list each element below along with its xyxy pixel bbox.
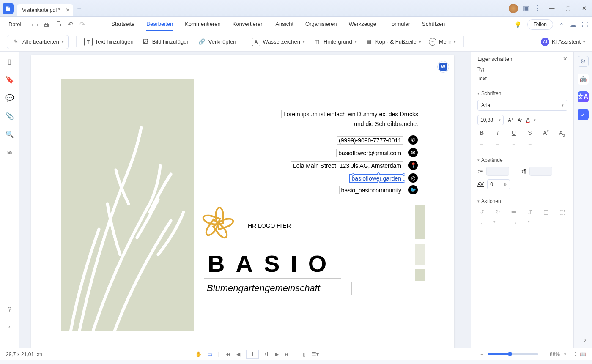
rotate-cw-icon[interactable]: ↻ (493, 208, 502, 215)
zoom-out-icon[interactable]: − (480, 351, 483, 357)
menu-formular[interactable]: Formular (388, 17, 410, 31)
page-number-input[interactable] (246, 350, 259, 359)
superscript-icon[interactable]: A2 (542, 129, 550, 137)
font-increase-icon[interactable]: A+ (508, 117, 513, 123)
kebab-menu-icon[interactable]: ⋮ (534, 4, 541, 12)
text-logo-here[interactable]: IHR LOGO HIER (244, 222, 293, 230)
add-text-button[interactable]: T Text hinzufügen (84, 38, 134, 46)
link-button[interactable]: 🔗 Verknüpfen (197, 38, 236, 46)
zoom-in-icon[interactable]: + (543, 351, 545, 357)
align-objects-icon[interactable]: ⫞ (477, 219, 486, 226)
share-button[interactable]: Teilen (527, 19, 553, 30)
menu-startseite[interactable]: Startseite (111, 17, 134, 31)
align-right-icon[interactable]: ≡ (510, 142, 518, 148)
background-button[interactable]: ◫ Hintergrund▾ (312, 38, 357, 46)
fullscreen-icon[interactable]: ⛶ (582, 21, 588, 28)
open-icon[interactable]: ▭ (31, 20, 38, 28)
header-footer-button[interactable]: ▤ Kopf- & Fußzeile▾ (365, 38, 421, 46)
lightbulb-icon[interactable]: 💡 (514, 21, 521, 28)
crop-icon[interactable]: ◫ (542, 208, 550, 215)
flip-h-icon[interactable]: ⇋ (510, 208, 518, 215)
close-tab-icon[interactable]: ✕ (66, 7, 70, 13)
ai-chat-icon[interactable]: 🤖 (578, 74, 589, 85)
text-phone[interactable]: (9999)-9090-7777-0011 (337, 136, 403, 145)
subscript-icon[interactable]: A2 (558, 129, 566, 137)
edit-all-button[interactable]: ✎ Alle bearbeiten ▾ (7, 35, 69, 49)
rotate-ccw-icon[interactable]: ↺ (477, 208, 486, 215)
redo-icon[interactable]: ↷ (78, 20, 86, 28)
bookmark-icon[interactable]: 🔖 (5, 76, 14, 84)
menu-kommentieren[interactable]: Kommentieren (185, 17, 221, 31)
collapse-left-icon[interactable]: ‹ (8, 323, 11, 331)
document-tab[interactable]: Visitenkarte.pdf * ✕ (17, 4, 73, 16)
zoom-slider[interactable] (488, 353, 538, 355)
search-icon[interactable]: 🔍 (5, 130, 14, 138)
menu-werkzeuge[interactable]: Werkzeuge (349, 17, 377, 31)
font-decrease-icon[interactable]: A- (518, 117, 522, 123)
align-center-icon[interactable]: ≡ (493, 142, 502, 148)
text-instagram-selected[interactable]: basioflower.garden (349, 174, 403, 183)
more-button[interactable]: ⋯ Mehr▾ (429, 38, 456, 46)
bold-icon[interactable]: B (477, 129, 486, 137)
para-spacing-input[interactable] (529, 167, 552, 176)
watermark-button[interactable]: A Wasserzeichen▾ (252, 38, 305, 46)
font-color-icon[interactable]: A (526, 117, 529, 123)
add-tab-button[interactable]: + (77, 5, 81, 12)
underline-icon[interactable]: U (510, 129, 518, 137)
close-properties-icon[interactable]: ✕ (563, 56, 567, 62)
menu-bearbeiten[interactable]: Bearbeiten (146, 17, 173, 31)
distribute-icon[interactable]: ⫠ (512, 219, 520, 226)
layers-icon[interactable]: ≋ (7, 148, 12, 156)
pdf-page[interactable]: W Lorem ipsum ist ein (31, 55, 454, 348)
user-avatar[interactable] (509, 4, 518, 13)
maximize-icon[interactable]: ▢ (562, 5, 573, 11)
minimize-icon[interactable]: — (546, 5, 557, 11)
align-left-icon[interactable]: ≡ (477, 142, 486, 148)
expand-right-icon[interactable]: › (584, 336, 586, 344)
text-brand[interactable]: BASIO (204, 249, 341, 279)
view-continuous-icon[interactable]: ☰▾ (312, 351, 319, 357)
fit-page-icon[interactable]: ⛶ (570, 351, 576, 357)
italic-icon[interactable]: I (493, 129, 502, 137)
translate-icon[interactable]: 文A (578, 91, 589, 102)
text-email[interactable]: basioflower@gmail.com (336, 149, 403, 157)
text-lorem-2[interactable]: und die Schreibbranche. (352, 120, 420, 128)
read-mode-icon[interactable]: 📖 (580, 351, 586, 357)
attachments-icon[interactable]: 📎 (5, 112, 14, 120)
thumbnails-icon[interactable]: ▯ (8, 57, 11, 66)
canvas[interactable]: W Lorem ipsum ist ein (19, 52, 471, 348)
add-image-button[interactable]: 🖼 Bild hinzufügen (141, 38, 190, 46)
extract-icon[interactable]: ⬚ (558, 208, 566, 215)
file-menu[interactable]: Datei (4, 19, 25, 29)
font-size-input[interactable]: 10,88▾ (477, 115, 504, 125)
properties-toggle-icon[interactable]: ⚙ (578, 56, 589, 67)
panel-toggle-icon[interactable]: ▣ (523, 4, 529, 12)
menu-schuetzen[interactable]: Schützen (422, 17, 445, 31)
ai-assistant-button[interactable]: AI KI Assistent▾ (541, 38, 585, 46)
save-icon[interactable]: 🖨 (43, 20, 50, 28)
strike-icon[interactable]: S (526, 129, 534, 137)
line-spacing-input[interactable] (486, 167, 509, 176)
first-page-icon[interactable]: ⏮ (225, 351, 230, 357)
text-twitter[interactable]: basio_basiocommunity (339, 186, 403, 194)
text-lorem-1[interactable]: Lorem ipsum ist einfach ein Dummytext de… (281, 110, 420, 118)
menu-organisieren[interactable]: Organisieren (305, 17, 337, 31)
menu-ansicht[interactable]: Ansicht (275, 17, 293, 31)
font-family-select[interactable]: Arial▾ (477, 100, 567, 111)
prev-page-icon[interactable]: ◀ (236, 351, 240, 357)
export-word-badge[interactable]: W (437, 61, 449, 73)
text-subtitle[interactable]: Blumengartengemeinschaft (204, 282, 352, 295)
share-graph-icon[interactable]: ⚬ (559, 21, 564, 28)
last-page-icon[interactable]: ⏭ (285, 351, 290, 357)
approve-icon[interactable]: ✓ (578, 109, 589, 120)
char-spacing-input[interactable]: 0⇅ (487, 179, 510, 189)
undo-icon[interactable]: ↶ (66, 20, 74, 28)
print-icon[interactable]: 🖶 (55, 20, 62, 28)
next-page-icon[interactable]: ▶ (275, 351, 279, 357)
text-address[interactable]: Lola Main Street, 123 Jls AG, Amsterdam (291, 161, 403, 170)
help-icon[interactable]: ? (8, 306, 11, 314)
close-window-icon[interactable]: ✕ (578, 5, 589, 11)
hand-tool-icon[interactable]: ✋ (195, 351, 202, 357)
cloud-upload-icon[interactable]: ☁ (570, 21, 576, 28)
align-justify-icon[interactable]: ≡ (526, 142, 534, 148)
